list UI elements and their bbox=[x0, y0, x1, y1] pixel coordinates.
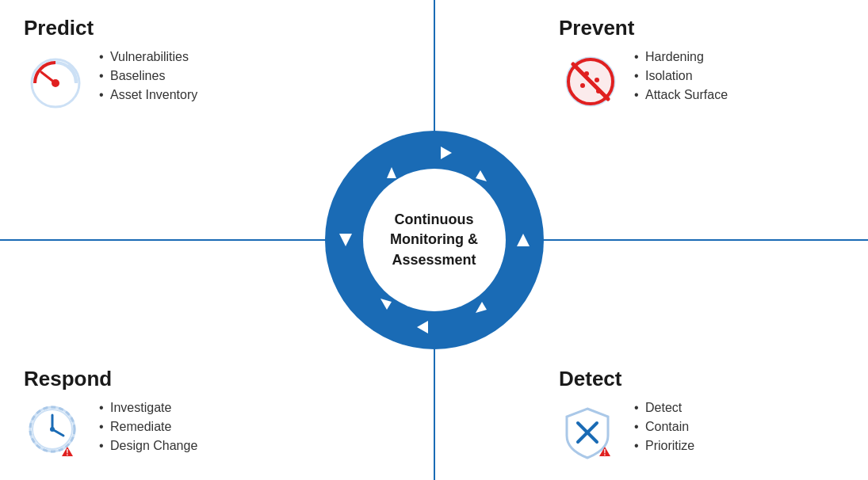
svg-text:!: ! bbox=[603, 448, 606, 457]
svg-line-2 bbox=[41, 72, 55, 83]
respond-title: Respond bbox=[24, 367, 309, 391]
respond-item-3: Design Change bbox=[99, 439, 197, 453]
predict-title: Predict bbox=[24, 16, 309, 40]
predict-icon bbox=[24, 50, 87, 113]
prevent-list: Hardening Isolation Attack Surface bbox=[634, 50, 728, 107]
prevent-icon bbox=[559, 50, 622, 113]
svg-point-8 bbox=[595, 78, 599, 82]
svg-point-10 bbox=[596, 89, 601, 93]
svg-point-16 bbox=[50, 427, 55, 432]
detect-item-2: Contain bbox=[634, 420, 694, 434]
respond-item-2: Remediate bbox=[99, 420, 197, 434]
quadrant-predict: Predict Vulnerabilities Baselines Asset … bbox=[0, 0, 333, 129]
detect-title: Detect bbox=[559, 367, 844, 391]
prevent-item-2: Isolation bbox=[634, 69, 728, 83]
respond-list: Investigate Remediate Design Change bbox=[99, 401, 197, 458]
center-text-container: Continuous Monitoring & Assessment bbox=[363, 169, 506, 311]
quadrant-detect: Detect ! Detect Contain Prioritize bbox=[535, 351, 868, 480]
predict-item-1: Vulnerabilities bbox=[99, 50, 197, 64]
respond-icon: ! bbox=[24, 401, 87, 464]
predict-list: Vulnerabilities Baselines Asset Inventor… bbox=[99, 50, 197, 107]
svg-point-9 bbox=[580, 83, 585, 88]
detect-item-3: Prioritize bbox=[634, 439, 694, 453]
prevent-title: Prevent bbox=[559, 16, 844, 40]
svg-text:!: ! bbox=[66, 448, 68, 457]
respond-item-1: Investigate bbox=[99, 401, 197, 415]
center-circle: Continuous Monitoring & Assessment bbox=[323, 129, 545, 351]
svg-point-7 bbox=[584, 71, 589, 76]
prevent-item-3: Attack Surface bbox=[634, 88, 728, 102]
prevent-item-1: Hardening bbox=[634, 50, 728, 64]
predict-content: Vulnerabilities Baselines Asset Inventor… bbox=[24, 50, 309, 113]
prevent-content: Hardening Isolation Attack Surface bbox=[559, 50, 844, 113]
respond-content: ! Investigate Remediate Design Change bbox=[24, 401, 309, 464]
detect-list: Detect Contain Prioritize bbox=[634, 401, 694, 458]
quadrant-respond: Respond ! Investigate Remediate Design C… bbox=[0, 351, 333, 480]
detect-item-1: Detect bbox=[634, 401, 694, 415]
predict-item-3: Asset Inventory bbox=[99, 88, 197, 102]
detect-content: ! Detect Contain Prioritize bbox=[559, 401, 844, 464]
quadrant-prevent: Prevent Hardening Isolation Attack Surfa… bbox=[535, 0, 868, 129]
detect-icon: ! bbox=[559, 401, 622, 464]
center-label: Continuous Monitoring & Assessment bbox=[390, 210, 478, 270]
predict-item-2: Baselines bbox=[99, 69, 197, 83]
